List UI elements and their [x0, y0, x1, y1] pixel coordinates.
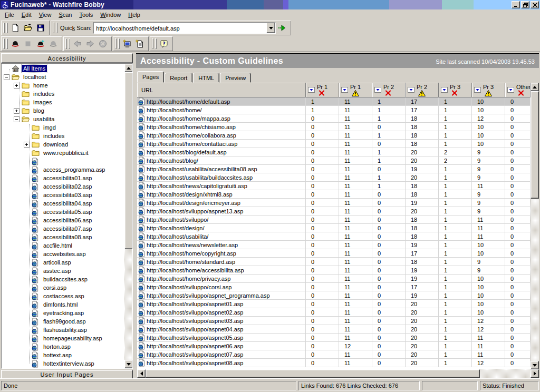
scroll-down-button[interactable]: [531, 361, 539, 369]
tree-item-localhost[interactable]: localhost: [2, 73, 124, 81]
column-header-pr1-warning[interactable]: Pr 1: [339, 83, 372, 97]
tree-item-images[interactable]: images: [2, 98, 124, 106]
table-row[interactable]: http://localhost/home/copyright.asp01101…: [137, 249, 531, 258]
scroll-up-button[interactable]: [124, 64, 133, 72]
save-button[interactable]: [34, 22, 47, 34]
quickscan-dropdown-button[interactable]: [266, 23, 275, 33]
tab-preview[interactable]: Preview: [220, 73, 251, 83]
tree-item-accessibilita02.asp[interactable]: accessibilita02.asp: [2, 182, 124, 191]
tree-item-all-items[interactable]: All Items: [2, 64, 124, 73]
collapse-icon[interactable]: [14, 116, 20, 122]
expand-icon[interactable]: [14, 108, 20, 114]
quickscan-input[interactable]: [94, 23, 266, 33]
minimize-button[interactable]: [512, 1, 520, 8]
tree-item-accessibilita07.asp[interactable]: accessibilita07.asp: [2, 224, 124, 233]
go-button[interactable]: [276, 22, 288, 34]
table-row[interactable]: http://localhost/sviluppo/0110181110: [137, 215, 531, 224]
menu-edit[interactable]: Edit: [18, 10, 35, 19]
table-row[interactable]: http://localhost/sviluppo/aspnet13.asp01…: [137, 207, 531, 215]
tree-scrollbar[interactable]: [124, 64, 133, 368]
table-row[interactable]: http://localhost/home/mappa.asp011118112…: [137, 114, 531, 123]
scroll-down-button[interactable]: [124, 360, 133, 368]
sidebar-header[interactable]: Accessibility: [1, 53, 133, 63]
tree-item-access-programma.asp[interactable]: access_programma.asp: [2, 165, 124, 174]
table-row[interactable]: http://localhost/design/0110181110: [137, 224, 531, 232]
help-button[interactable]: ?: [158, 38, 170, 50]
tree-item-blog[interactable]: blog: [2, 106, 124, 115]
tree-item-corsi.asp[interactable]: corsi.asp: [2, 283, 124, 292]
column-header-pr3-error[interactable]: Pr 3: [439, 83, 472, 97]
toolbar-gripper[interactable]: [69, 38, 70, 49]
report-page-button[interactable]: [133, 38, 146, 50]
scroll-up-button[interactable]: [531, 83, 539, 91]
tree-item-flash99good.asp[interactable]: flash99good.asp: [2, 317, 124, 326]
table-row[interactable]: http://localhost/usabilita/buildaccsites…: [137, 173, 531, 182]
open-button[interactable]: [22, 22, 34, 34]
table-row[interactable]: http://localhost/news/capitoligratuiti.a…: [137, 182, 531, 190]
tree-item-flashusability.asp[interactable]: flashusability.asp: [2, 326, 124, 334]
tree-item-includes[interactable]: includes: [2, 90, 124, 98]
collapse-icon[interactable]: [4, 74, 9, 80]
scroll-thumb[interactable]: [531, 91, 539, 199]
table-horizontal-scrollbar[interactable]: [137, 369, 539, 378]
table-row[interactable]: http://localhost/home/standard.asp011018…: [137, 258, 531, 266]
table-row[interactable]: http://localhost/sviluppo/aspnet07.asp01…: [137, 350, 531, 359]
tree-item-home[interactable]: home: [2, 81, 124, 90]
table-row[interactable]: http://localhost/home/collabora.asp01111…: [137, 131, 531, 140]
tree-item-www.repubblica.it[interactable]: www.repubblica.it: [2, 149, 124, 157]
table-row[interactable]: http://localhost/sviluppo/aspnet02.asp01…: [137, 308, 531, 317]
table-row[interactable]: http://localhost/sviluppo/aspnet05.asp01…: [137, 334, 531, 342]
table-row[interactable]: http://localhost/home/accessibilita.asp0…: [137, 266, 531, 275]
tree-item-blank[interactable]: [2, 157, 124, 165]
toolbar-gripper[interactable]: [53, 23, 54, 33]
tree-item-accessibilita03.asp[interactable]: accessibilita03.asp: [2, 191, 124, 199]
close-icon[interactable]: [531, 1, 539, 8]
toolbar-gripper[interactable]: [6, 23, 8, 33]
table-row[interactable]: http://localhost/sviluppo/corsi.asp01101…: [137, 283, 531, 291]
menu-help[interactable]: Help: [124, 10, 144, 19]
toolbar-gripper[interactable]: [6, 38, 8, 49]
toolbar-gripper[interactable]: [118, 38, 120, 49]
tab-pages[interactable]: Pages: [137, 71, 164, 83]
expand-icon[interactable]: [24, 142, 30, 148]
toolbar-gripper[interactable]: [152, 38, 153, 49]
tree-item-includes[interactable]: includes: [2, 132, 124, 140]
table-row[interactable]: http://localhost/home/chisiamo.asp011018…: [137, 123, 531, 131]
tree-item-accessibilita04.asp[interactable]: accessibilita04.asp: [2, 199, 124, 208]
tree-item-accfile.html[interactable]: accfile.html: [2, 241, 124, 250]
tree-item-accessibilita06.asp[interactable]: accessibilita06.asp: [2, 216, 124, 224]
tree-item-accessibilita08.asp[interactable]: accessibilita08.asp: [2, 233, 124, 241]
rescan-button[interactable]: [34, 38, 47, 50]
toolbar-gripper[interactable]: [3, 23, 5, 33]
table-row[interactable]: http://localhost/home/privacy.asp0110191…: [137, 275, 531, 283]
toolbar-gripper[interactable]: [155, 38, 157, 49]
table-row[interactable]: http://localhost/sviluppo/aspnet06.asp01…: [137, 342, 531, 350]
menu-tools[interactable]: Tools: [75, 10, 97, 19]
tree-item-hottext.asp[interactable]: hottext.asp: [2, 351, 124, 359]
column-header-pr1-error[interactable]: Pr 1: [306, 83, 339, 97]
tab-html[interactable]: HTML: [193, 73, 219, 83]
column-header-url[interactable]: URL: [137, 83, 306, 97]
table-row[interactable]: http://localhost/design/ericmeyer.asp011…: [137, 199, 531, 207]
title-bar[interactable]: Fucinaweb* - Watchfire Bobby: [0, 0, 540, 9]
tree-item-eyetracking.asp[interactable]: eyetracking.asp: [2, 309, 124, 317]
restore-button[interactable]: [521, 1, 529, 8]
tab-report[interactable]: Report: [165, 73, 192, 83]
menu-view[interactable]: View: [35, 10, 55, 19]
table-row[interactable]: http://localhost/sviluppo/aspnet08.asp01…: [137, 359, 531, 367]
tree-item-buildaccsites.asp[interactable]: buildaccsites.asp: [2, 275, 124, 283]
toolbar-gripper[interactable]: [65, 38, 67, 49]
table-row[interactable]: http://localhost/blog/011120290: [137, 156, 531, 165]
table-row[interactable]: http://localhost/usabilita/0110181110: [137, 232, 531, 241]
table-row[interactable]: http://localhost/sviluppo/aspnet04.asp01…: [137, 325, 531, 334]
tree-item-homepageusability.asp[interactable]: homepageusability.asp: [2, 334, 124, 342]
column-header-pr2-error[interactable]: Pr 2: [372, 83, 406, 97]
menu-scan[interactable]: Scan: [55, 10, 75, 19]
table-row[interactable]: http://localhost/sviluppo/aspnet_program…: [137, 291, 531, 300]
tree-item-download[interactable]: download: [2, 140, 124, 149]
tree-item-accessibilita01.asp[interactable]: accessibilita01.asp: [2, 174, 124, 182]
report-monitor-button[interactable]: [121, 38, 133, 50]
column-header-pr2-warning[interactable]: Pr 2: [406, 83, 439, 97]
tree-item-dimfonts.html[interactable]: dimfonts.html: [2, 300, 124, 309]
tree-item-costiaccess.asp[interactable]: costiaccess.asp: [2, 292, 124, 300]
